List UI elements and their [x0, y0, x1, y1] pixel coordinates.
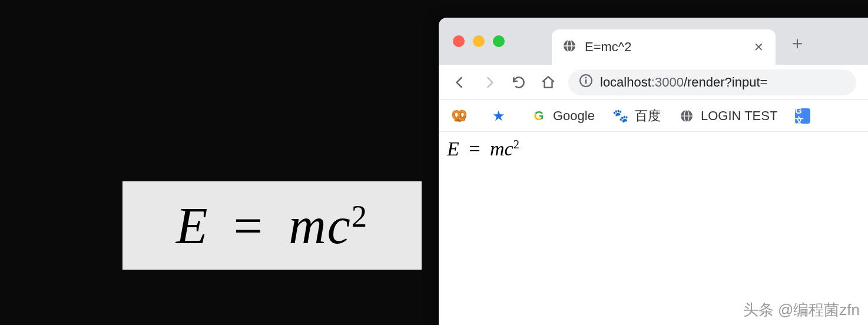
site-info-icon[interactable] [579, 74, 593, 91]
bookmark-label-google: Google [553, 108, 595, 124]
browser-tab[interactable]: E=mc^2 ✕ [552, 29, 776, 65]
bookmarks-bar: 🥨 ★ G Google 🐾 百度 LOGIN TEST G文 [439, 100, 868, 132]
formula-equals: = [234, 197, 264, 254]
tab-bar: E=mc^2 ✕ ＋ [439, 18, 868, 65]
forward-button[interactable] [480, 73, 499, 92]
formula-E: E [176, 197, 209, 254]
page-content: E = mc2 [439, 132, 868, 166]
bookmark-label-baidu: 百度 [635, 107, 661, 125]
svg-point-5 [585, 77, 587, 78]
pretzel-icon: 🥨 [450, 108, 467, 124]
bookmark-label-login: LOGIN TEST [701, 108, 777, 124]
close-tab-button[interactable]: ✕ [751, 38, 766, 57]
minimize-window-button[interactable] [473, 35, 485, 47]
bookmark-item-google[interactable]: G Google [531, 108, 595, 124]
browser-window: E=mc^2 ✕ ＋ localhost:3000/render?input= [439, 18, 868, 325]
bookmark-item-baidu[interactable]: 🐾 百度 [612, 107, 661, 125]
reload-button[interactable] [509, 73, 528, 92]
content-equals: = [469, 138, 480, 160]
window-controls [453, 35, 505, 47]
content-E: E [447, 138, 459, 160]
watermark-text: 头条 @编程菌zfn [743, 300, 860, 320]
left-dark-pane: E = mc2 [0, 0, 439, 325]
globe-icon [562, 39, 577, 55]
home-button[interactable] [539, 73, 558, 92]
globe-dark-icon [678, 108, 695, 124]
content-mc: mc [490, 138, 513, 160]
baidu-icon: 🐾 [612, 108, 629, 124]
content-exponent: 2 [513, 138, 519, 151]
bookmark-item-1[interactable]: 🥨 [450, 108, 473, 124]
maximize-window-button[interactable] [493, 35, 505, 47]
tab-title: E=mc^2 [585, 39, 743, 55]
star-icon: ★ [491, 108, 507, 124]
formula-exponent: 2 [352, 199, 368, 233]
address-bar[interactable]: localhost:3000/render?input= [568, 69, 856, 95]
url-path: /render?input= [684, 75, 768, 89]
bookmark-item-login[interactable]: LOGIN TEST [678, 108, 777, 124]
bookmark-item-translate[interactable]: G文 [795, 108, 816, 124]
google-icon: G [531, 108, 547, 124]
bookmark-item-2[interactable]: ★ [491, 108, 513, 124]
new-tab-button[interactable]: ＋ [789, 31, 806, 55]
gtranslate-icon: G文 [795, 108, 810, 124]
close-window-button[interactable] [453, 35, 465, 47]
url-host: localhost [600, 75, 651, 89]
back-button[interactable] [450, 73, 469, 92]
toolbar: localhost:3000/render?input= [439, 65, 868, 100]
formula-mc: mc [289, 197, 352, 254]
formula-rendered-image: E = mc2 [122, 181, 422, 270]
url-port: :3000 [651, 75, 684, 89]
